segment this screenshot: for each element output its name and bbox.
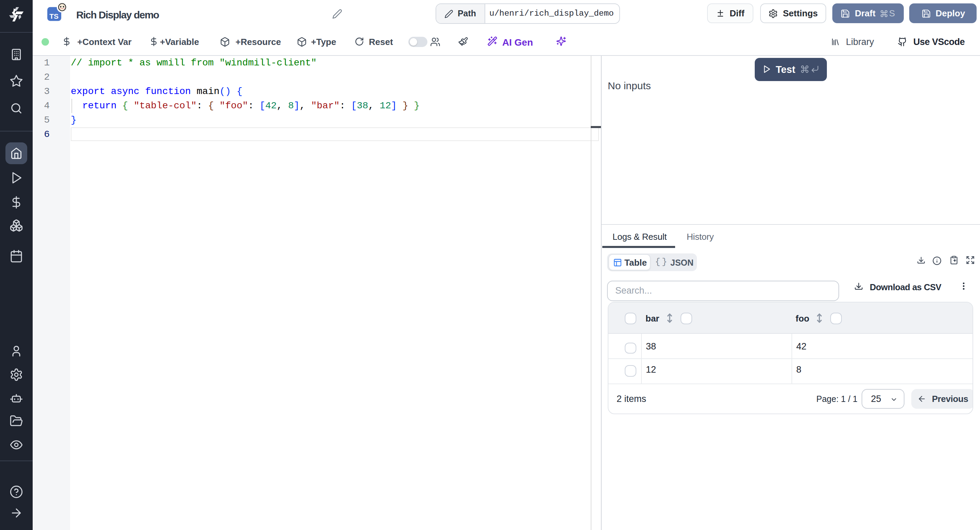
svg-text:TS: TS: [49, 12, 58, 20]
